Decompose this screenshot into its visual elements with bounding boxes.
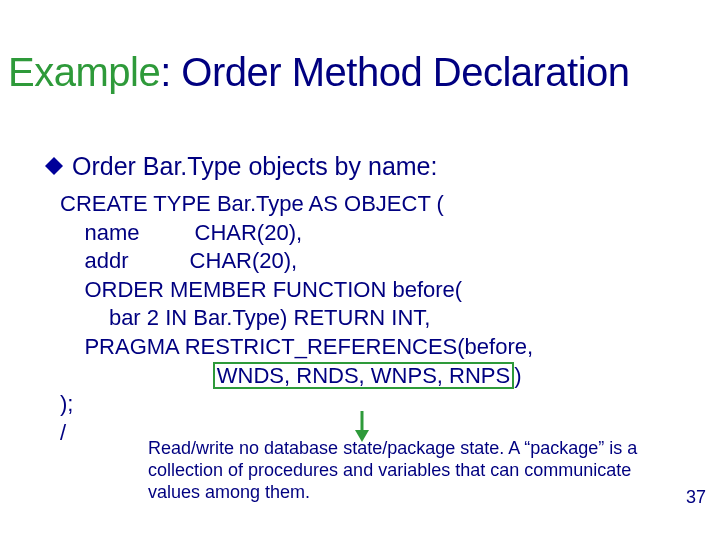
page-number: 37 [686, 487, 706, 508]
code-line-7-close: ) [514, 363, 521, 388]
code-line-4: ORDER MEMBER FUNCTION before( [60, 277, 462, 302]
code-line-5: bar 2 IN Bar.Type) RETURN INT, [60, 305, 430, 330]
code-line-6: PRAGMA RESTRICT_REFERENCES(before, [60, 334, 533, 359]
code-line-8: ); [60, 391, 73, 416]
code-line-1: CREATE TYPE Bar.Type AS OBJECT ( [60, 191, 444, 216]
pragma-options-highlight: WNDS, RNDS, WNPS, RNPS [213, 362, 514, 389]
code-line-7-indent [60, 363, 213, 388]
code-line-3: addr CHAR(20), [60, 248, 297, 273]
svg-marker-0 [45, 157, 63, 175]
diamond-bullet-icon [44, 156, 64, 180]
bullet-text: Order Bar.Type objects by name: [72, 152, 437, 181]
bullet-item: Order Bar.Type objects by name: [44, 152, 684, 181]
annotation-note: Read/write no database state/package sta… [148, 438, 668, 504]
title-example-word: Example [8, 50, 160, 94]
title-rest: : Order Method Declaration [160, 50, 629, 94]
slide: Example: Order Method Declaration Order … [0, 0, 720, 540]
code-line-9: / [60, 420, 66, 445]
slide-title: Example: Order Method Declaration [8, 50, 712, 95]
code-line-2: name CHAR(20), [60, 220, 302, 245]
